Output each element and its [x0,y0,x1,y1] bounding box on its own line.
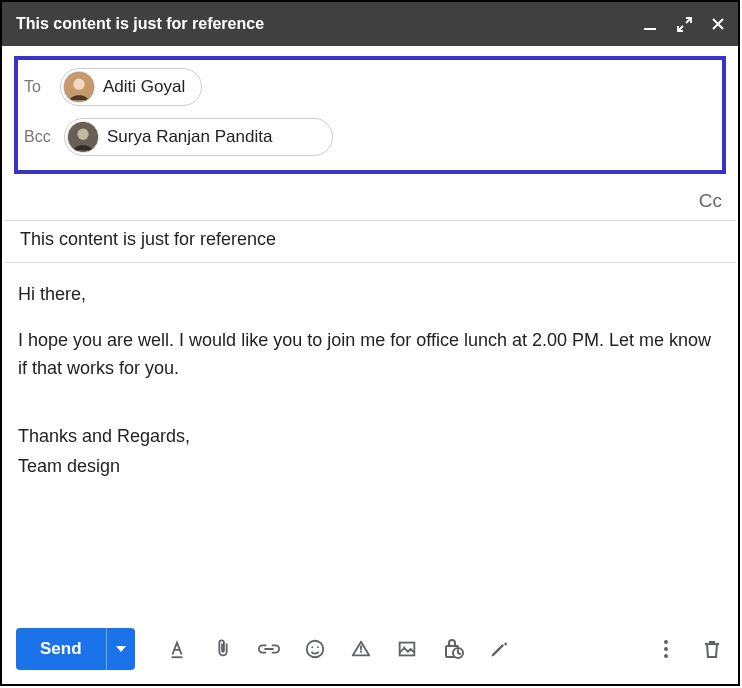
svg-point-6 [306,641,323,658]
compose-footer: Send [2,618,738,684]
confidential-mode-icon[interactable] [441,637,465,661]
recipients-highlight-box: To Aditi Goyal Bcc Surya Ranjan Pandita [14,56,726,174]
cc-link[interactable]: Cc [699,190,722,212]
body-signature-line1: Thanks and Regards, [18,423,722,451]
svg-point-2 [73,79,84,90]
svg-point-4 [77,129,88,140]
expand-icon[interactable] [676,16,692,32]
body-paragraph: I hope you are well. I would like you to… [18,327,722,383]
svg-point-8 [316,646,318,648]
close-icon[interactable] [710,16,726,32]
subject-text: This content is just for reference [20,229,276,249]
svg-point-7 [311,646,313,648]
bcc-chip[interactable]: Surya Ranjan Pandita [64,118,333,156]
to-label: To [24,78,60,96]
compose-header: This content is just for reference [2,2,738,46]
svg-rect-5 [171,656,182,658]
bcc-chip-name: Surya Ranjan Pandita [107,127,272,147]
cc-toggle-row: Cc [2,178,738,220]
svg-point-9 [359,651,361,653]
send-dropdown-button[interactable] [106,628,135,670]
to-row[interactable]: To Aditi Goyal [24,68,714,106]
attach-icon[interactable] [211,637,235,661]
compose-title: This content is just for reference [16,15,642,33]
insert-image-icon[interactable] [395,637,419,661]
to-chip-name: Aditi Goyal [103,77,185,97]
formatting-icon[interactable] [165,637,189,661]
compose-window: This content is just for reference To [0,0,740,686]
bcc-row[interactable]: Bcc Surya Ranjan Pandita [24,118,714,156]
svg-rect-10 [399,643,414,656]
body-greeting: Hi there, [18,281,722,309]
minimize-icon[interactable] [642,16,658,32]
svg-rect-0 [644,28,656,30]
pen-icon[interactable] [487,637,511,661]
svg-point-16 [664,654,668,658]
drive-icon[interactable] [349,637,373,661]
svg-point-11 [403,646,405,648]
discard-icon[interactable] [700,637,724,661]
to-chip[interactable]: Aditi Goyal [60,68,202,106]
body-signature-line2: Team design [18,453,722,481]
bcc-label: Bcc [24,128,64,146]
emoji-icon[interactable] [303,637,327,661]
more-options-icon[interactable] [654,637,678,661]
send-button[interactable]: Send [16,628,106,670]
window-controls [642,16,726,32]
svg-point-14 [664,640,668,644]
link-icon[interactable] [257,637,281,661]
avatar-icon [67,121,99,153]
subject-row[interactable]: This content is just for reference [4,220,736,263]
avatar-icon [63,71,95,103]
svg-point-15 [664,647,668,651]
email-body[interactable]: Hi there, I hope you are well. I would l… [2,263,738,618]
send-button-group: Send [16,628,135,670]
